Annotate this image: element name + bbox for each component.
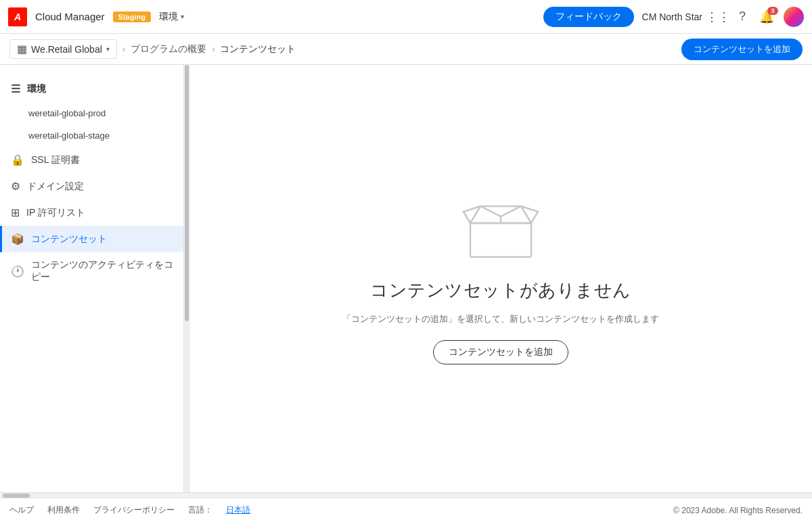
empty-state: コンテンツセットがありません 「コンテンツセットの追加」を選択して、新しいコンテ…	[315, 166, 686, 392]
sidebar-item-stage[interactable]: weretail-global-stage	[0, 124, 189, 147]
program-dropdown-arrow-icon: ▾	[106, 45, 110, 53]
program-name: We.Retail Global	[31, 44, 102, 55]
adobe-logo-text: A	[14, 11, 21, 22]
box-icon: 📦	[11, 233, 24, 245]
adobe-logo[interactable]: A	[8, 7, 27, 26]
sidebar-item-stage-label: weretail-global-stage	[28, 130, 110, 141]
breadcrumb-overview[interactable]: プログラムの概要	[131, 43, 206, 55]
notification-count: 3	[767, 7, 778, 15]
footer-privacy-link[interactable]: プライバシーポリシー	[93, 504, 175, 516]
env-label: 環境	[159, 11, 178, 23]
lock-icon: 🔒	[11, 153, 24, 166]
cm-north-star-label: CM North Star	[642, 11, 702, 22]
empty-box-icon	[460, 193, 541, 262]
sidebar-ssl-label: SSL 証明書	[31, 154, 80, 166]
sidebar-environments-header: ☰ 環境	[0, 76, 189, 102]
empty-state-description: 「コンテンツセットの追加」を選択して、新しいコンテンツセットを作成します	[342, 313, 659, 325]
sidebar-content-sets-label: コンテンツセット	[31, 233, 107, 245]
sidebar-section-title: 環境	[27, 83, 46, 95]
top-navigation: A Cloud Manager Staging 環境 ▾ フィードバック CM …	[0, 0, 812, 34]
sidebar-ip-label: IP 許可リスト	[26, 207, 85, 219]
feedback-button[interactable]: フィードバック	[543, 7, 634, 27]
env-selector[interactable]: 環境 ▾	[159, 11, 184, 23]
app-name: Cloud Manager	[35, 11, 105, 22]
chevron-down-icon: ▾	[181, 13, 184, 20]
nav-icons: ⋮⋮ ? 🔔 3	[710, 7, 804, 27]
empty-state-title: コンテンツセットがありません	[370, 279, 631, 302]
sub-navigation: ▦ We.Retail Global ▾ › プログラムの概要 › コンテンツセ…	[0, 34, 812, 65]
gear-icon: ⚙	[11, 180, 20, 193]
breadcrumb-current: コンテンツセット	[220, 43, 296, 55]
clock-icon: 🕐	[11, 265, 24, 278]
sidebar: ☰ 環境 weretail-global-prod weretail-globa…	[0, 65, 189, 492]
footer: ヘルプ 利用条件 プライバシーポリシー 言語：日本語 © 2023 Adobe.…	[0, 498, 812, 522]
staging-badge: Staging	[113, 11, 151, 22]
sidebar-domain-label: ドメイン設定	[27, 181, 84, 193]
sidebar-item-content-sets[interactable]: 📦 コンテンツセット	[0, 226, 189, 252]
content-area: コンテンツセットがありません 「コンテンツセットの追加」を選択して、新しいコンテ…	[189, 65, 812, 492]
help-icon[interactable]: ?	[735, 9, 750, 24]
horizontal-scroll[interactable]	[0, 492, 812, 498]
footer-lang-label: 言語：	[188, 504, 212, 516]
footer-terms-link[interactable]: 利用条件	[47, 504, 80, 516]
breadcrumb-separator-2: ›	[212, 44, 215, 54]
program-selector[interactable]: ▦ We.Retail Global ▾	[9, 39, 117, 59]
sidebar-item-prod[interactable]: weretail-global-prod	[0, 102, 189, 124]
sidebar-scroll-thumb	[185, 65, 189, 321]
database-icon: ☰	[11, 82, 20, 95]
breadcrumb-separator: ›	[122, 44, 125, 54]
sidebar-scroll-track[interactable]	[183, 65, 189, 492]
h-scroll-thumb	[3, 494, 30, 498]
footer-help-link[interactable]: ヘルプ	[9, 504, 34, 516]
svg-rect-0	[470, 223, 531, 257]
notification-bell[interactable]: 🔔 3	[759, 9, 774, 24]
sidebar-item-ip[interactable]: ⊞ IP 許可リスト	[0, 199, 189, 226]
sidebar-item-prod-label: weretail-global-prod	[28, 108, 106, 118]
sidebar-item-copy-activity[interactable]: 🕐 コンテンツのアクティビティをコピー	[0, 252, 189, 290]
footer-lang-link[interactable]: 日本語	[226, 504, 250, 516]
sidebar-copy-label: コンテンツのアクティビティをコピー	[31, 259, 178, 283]
grid-icon: ▦	[17, 43, 27, 55]
ip-icon: ⊞	[11, 206, 20, 219]
user-avatar[interactable]	[784, 7, 804, 27]
add-content-set-button[interactable]: コンテンツセットを追加	[433, 340, 568, 364]
sidebar-item-domain[interactable]: ⚙ ドメイン設定	[0, 173, 189, 199]
footer-copyright: © 2023 Adobe. All Rights Reserved.	[673, 506, 803, 515]
apps-icon[interactable]: ⋮⋮	[710, 9, 725, 24]
sidebar-item-ssl[interactable]: 🔒 SSL 証明書	[0, 147, 189, 173]
add-content-set-top-button[interactable]: コンテンツセットを追加	[681, 39, 803, 60]
main-layout: ☰ 環境 weretail-global-prod weretail-globa…	[0, 65, 812, 492]
